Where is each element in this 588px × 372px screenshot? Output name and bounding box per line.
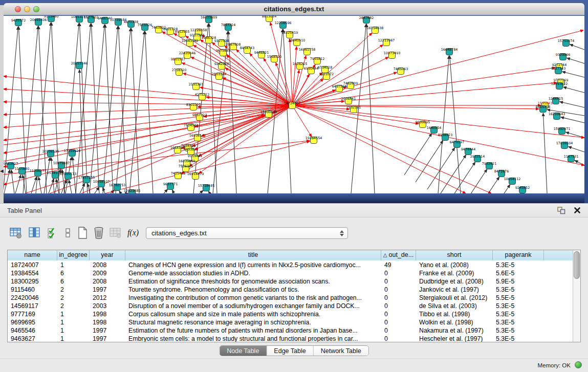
column-header-out_de[interactable]: △out_de... [381,250,416,260]
citation-edge[interactable] [88,184,90,193]
citation-edge[interactable] [105,25,113,193]
graph-node-label: 15718485 [198,184,215,188]
citation-edge[interactable] [404,134,432,175]
graph-node-label: 1626215 [293,62,307,66]
table-cell: 0 [381,326,416,335]
citation-edge[interactable] [483,185,510,193]
scroll-left-icon[interactable]: ◀ [0,169,4,173]
citation-edge[interactable] [450,56,461,193]
column-header-in_degree[interactable]: in_degree [57,250,90,260]
scrollbar-thumb[interactable] [574,251,580,279]
citation-edge-selected[interactable] [4,105,292,115]
citation-edge[interactable] [563,87,584,93]
table-row[interactable]: 1872400712008Changes of HCN gene express… [8,261,573,269]
citation-edge[interactable] [561,117,584,123]
citation-edge[interactable] [569,147,584,152]
citation-network-graph[interactable]: 1872400718300295193845548601128891295512… [4,16,584,193]
citation-edge[interactable] [76,24,91,193]
citation-edge[interactable] [567,58,584,63]
graph-node-label: 2718120 [172,68,186,72]
table-cell: 22420046 [8,294,57,302]
table-cell: 6 [57,269,90,277]
select-all-icon[interactable] [45,225,60,240]
graph-node-label: 8813054 [262,16,276,18]
new-column-icon[interactable] [75,225,90,240]
graph-node-label: 20691406 [30,18,47,22]
tab-network-table[interactable]: Network Table [314,346,368,356]
graph-node-label: 18640910 [289,38,306,42]
citation-edge[interactable] [80,183,85,193]
tab-node-table[interactable]: Node Table [220,346,267,356]
graph-node-label: 9446821 [254,51,269,55]
citation-edge-selected[interactable] [292,30,583,105]
citation-edge[interactable] [562,72,584,77]
citation-edge-selected[interactable] [292,47,296,105]
table-row[interactable]: 977716911998Corpus callosum shape and si… [8,310,573,318]
citation-edge[interactable] [91,24,99,193]
close-panel-icon[interactable] [574,207,581,214]
table-row[interactable]: 969969511998Structural magnetic resonanc… [8,318,573,326]
citation-edge[interactable] [129,31,144,193]
citation-edge[interactable] [172,190,174,193]
graph-node-label: 15751074 [558,39,575,43]
table-row[interactable]: 946362711997Embryonic stem cells: a mode… [8,335,573,342]
graph-node-label: 7425402 [171,171,185,176]
table-row[interactable]: 1938455462009Genome-wide association stu… [8,269,573,277]
table-row[interactable]: 1830029562008Estimation of significance … [8,277,573,286]
citation-edge[interactable] [570,45,584,50]
citation-edge[interactable] [38,177,41,193]
table-row[interactable]: 1456911722003Disruption of a novel membe… [8,302,573,310]
float-panel-icon[interactable] [557,207,565,214]
import-table-icon[interactable] [8,225,24,240]
citation-edge[interactable] [575,161,584,165]
table-row[interactable]: 946554611997Estimation of the future num… [8,326,573,335]
citation-edge[interactable] [416,141,443,182]
citation-edge[interactable] [560,102,584,107]
citation-edge[interactable] [164,189,168,193]
column-header-short[interactable]: short [416,250,493,260]
citation-edge-selected[interactable] [292,105,539,109]
deselect-all-icon[interactable] [60,225,76,240]
column-header-pagerank[interactable]: pagerank [493,250,544,260]
citation-edge[interactable] [36,23,51,193]
citation-edge-selected[interactable] [191,57,292,105]
citation-edge-selected[interactable] [4,141,310,174]
tab-edge-table[interactable]: Edge Table [267,346,313,356]
column-header-year[interactable]: year [90,250,125,260]
graph-node-label: 6990444 [304,67,318,71]
select-column-icon[interactable] [27,225,42,240]
table-row[interactable]: 2242004622012Investigating the contribut… [8,294,573,302]
citation-edge[interactable] [145,31,153,193]
citation-edge-selected[interactable] [292,105,466,193]
memory-indicator-dot[interactable] [575,361,582,368]
citation-edge[interactable] [543,113,547,193]
column-header-name[interactable]: name [8,250,57,260]
citation-edge-selected[interactable] [4,105,292,140]
function-builder-icon[interactable]: f(x) [125,225,141,240]
graph-node-label: 1244415 [549,97,563,101]
vertical-scrollbar[interactable] [573,250,580,342]
table-row[interactable]: 911546021997Tourette syndrome. Phenomeno… [8,286,573,294]
citation-edge-selected[interactable] [194,105,292,150]
citation-edge[interactable] [64,23,79,193]
citation-edge[interactable] [15,175,21,193]
citation-edge-selected[interactable] [223,78,292,105]
table-selector-dropdown[interactable]: citations_edges.txt [146,227,348,239]
column-header-title[interactable]: title [125,250,381,260]
citation-edge-selected[interactable] [290,39,292,105]
citation-edge[interactable] [103,26,118,193]
graph-node-label: 9657771 [163,182,178,186]
citation-edge[interactable] [448,162,475,193]
citation-edge[interactable] [69,180,72,193]
network-canvas[interactable]: 1872400718300295193845548601128891295512… [4,16,584,193]
citation-edge[interactable] [439,155,466,193]
citation-edge-selected[interactable] [4,102,292,105]
citation-edge[interactable] [366,24,375,193]
dropdown-stepper-icon [339,229,344,237]
citation-edge[interactable] [49,179,54,193]
citation-edge[interactable] [131,28,139,193]
citation-edge[interactable] [95,187,99,193]
citation-edge[interactable] [438,56,449,193]
window-titlebar[interactable]: citations_edges.txt [4,3,584,15]
delete-column-icon[interactable] [91,225,106,240]
